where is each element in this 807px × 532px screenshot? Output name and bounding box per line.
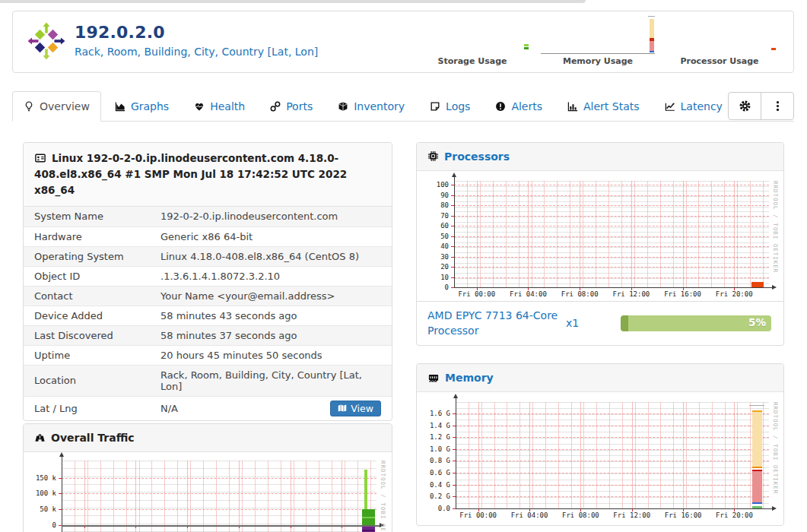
processors-graph[interactable]: 0102030405060708090100Fri 00:00Fri 04:00…: [421, 173, 780, 301]
table-row: Lat / LngN/AView: [24, 396, 392, 420]
memory-usage-label: Memory Usage: [541, 56, 655, 66]
row-value: N/A: [160, 403, 330, 414]
row-value: Your Name <your@email.address>: [160, 290, 381, 302]
row-label: Operating System: [34, 251, 160, 262]
lightbulb-icon: [24, 101, 34, 112]
tab-inventory[interactable]: Inventory: [326, 91, 416, 122]
processors-panel: Processors 0102030405060708090100Fri 00:…: [416, 142, 784, 346]
row-label: Contact: [34, 290, 160, 302]
table-row: Last Discovered58 minutes 37 seconds ago: [24, 325, 392, 345]
memory-graph[interactable]: 0.00.2 G0.4 G0.6 G0.8 G1.0 G1.2 G1.4 G1.…: [421, 394, 780, 525]
table-row: Uptime20 hours 45 minutes 50 seconds: [24, 345, 392, 365]
y-tick-label: 0.4 G: [421, 481, 450, 489]
processors-title[interactable]: Processors: [444, 150, 510, 163]
system-title: Linux 192-0-2-0.ip.linodeusercontent.com…: [34, 152, 347, 196]
row-label: Last Discovered: [34, 330, 160, 341]
storage-usage-label: Storage Usage: [415, 56, 529, 66]
processor-usage-label: Processor Usage: [662, 56, 777, 66]
tab-label: Health: [210, 100, 245, 112]
y-tick-label: 1.6 G: [421, 410, 450, 417]
x-tick-label: Fri 00:00: [453, 290, 500, 298]
row-label: Device Added: [34, 310, 160, 321]
tab-alert-stats[interactable]: Alert Stats: [556, 91, 651, 122]
tab-graphs[interactable]: Graphs: [103, 91, 180, 122]
memory-title[interactable]: Memory: [445, 372, 494, 384]
tab-label: Graphs: [131, 100, 169, 112]
tab-label: Alerts: [511, 100, 542, 112]
y-tick-label: 40: [421, 242, 449, 250]
alerts-icon: [495, 101, 506, 112]
tab-health[interactable]: Health: [183, 91, 256, 122]
x-tick-label: Fri 20:00: [710, 511, 758, 519]
y-tick-label: 10: [421, 274, 449, 281]
storage-usage-minigraph[interactable]: [415, 15, 529, 55]
x-tick-label: Fri 04:00: [506, 511, 553, 519]
gear-icon: [739, 100, 751, 112]
tab-label: Alert Stats: [583, 100, 640, 112]
overall-traffic-graph[interactable]: 050 k100 k150 kFri 00:00Fri 04:00Fri 08:…: [28, 454, 387, 532]
y-tick-label: 0: [421, 283, 449, 291]
device-location-link[interactable]: Rack, Room, Building, City, Country [Lat…: [75, 46, 318, 58]
table-row: Device Added58 minutes 43 seconds ago: [24, 306, 392, 325]
rrdtool-watermark: RRDTOOL / TOBI OETIKER: [772, 402, 779, 494]
y-tick-label: 100 k: [28, 489, 56, 497]
row-value: Linux 4.18.0-408.el8.x86_64 (CentOS 8): [160, 251, 381, 262]
traffic-title: Overall Traffic: [51, 432, 135, 444]
y-tick-label: 50 k: [28, 505, 56, 513]
tab-label: Inventory: [354, 100, 405, 112]
memory-icon: [427, 372, 440, 383]
device-ip-title: 192.0.2.0: [75, 23, 318, 42]
binoculars-icon: [34, 432, 46, 443]
tab-logs[interactable]: Logs: [418, 91, 481, 122]
row-value: 58 minutes 43 seconds ago: [160, 310, 381, 321]
cpu-name-link[interactable]: AMD EPYC 7713 64-Core Processor: [427, 308, 558, 339]
tab-latency[interactable]: Latency: [653, 91, 734, 122]
row-value: 192-0-2-0.ip.linodeusercontent.com: [160, 211, 381, 222]
tab-label: Logs: [446, 100, 470, 112]
traffic-panel-heading: Overall Traffic: [24, 424, 392, 452]
y-tick-label: 100: [421, 181, 449, 188]
health-icon: [194, 101, 205, 112]
x-tick-label: Fri 00:00: [455, 511, 502, 519]
y-tick-label: 30: [421, 253, 449, 261]
tab-alerts[interactable]: Alerts: [484, 91, 554, 122]
mini-graph-storage: Storage Usage: [415, 15, 529, 66]
more-menu-button[interactable]: [761, 92, 794, 120]
memory-usage-minigraph[interactable]: [541, 15, 655, 55]
x-tick-label: Fri 12:00: [608, 511, 656, 519]
view-location-button[interactable]: View: [330, 401, 381, 416]
y-tick-label: 1.4 G: [421, 422, 450, 429]
tab-label: Latency: [681, 100, 723, 112]
row-value: 20 hours 45 minutes 50 seconds: [160, 350, 381, 361]
x-tick-label: Fri 16:00: [659, 511, 707, 519]
overall-traffic-panel: Overall Traffic 050 k100 k150 kFri 00:00…: [23, 423, 392, 532]
tab-label: Overview: [40, 100, 90, 112]
processor-usage-minigraph[interactable]: [662, 15, 777, 55]
x-tick-label: Fri 08:00: [557, 511, 604, 519]
y-tick-label: 0.2 G: [421, 492, 450, 500]
navbar-remnant-strip: [0, 0, 586, 3]
rrdtool-watermark: RRDTOOL / TOBI OETIKER: [380, 461, 386, 532]
map-icon: [338, 404, 347, 413]
device-tabbar: OverviewGraphsHealthPortsInventoryLogsAl…: [12, 91, 794, 122]
y-tick-label: 1.2 G: [421, 433, 450, 441]
tab-overview[interactable]: Overview: [12, 91, 101, 122]
tab-ports[interactable]: Ports: [259, 91, 324, 122]
cpu-usage-percent: 5%: [748, 316, 766, 328]
row-label: Lat / Lng: [34, 403, 160, 414]
row-label: Object ID: [34, 271, 160, 282]
x-tick-label: Fri 12:00: [608, 290, 655, 298]
settings-button[interactable]: [728, 92, 761, 120]
y-tick-label: 0.6 G: [421, 469, 450, 477]
table-row: Operating SystemLinux 4.18.0-408.el8.x86…: [24, 246, 392, 266]
y-tick-label: 80: [421, 201, 449, 209]
tab-label: Ports: [286, 100, 313, 112]
y-tick-label: 150 k: [28, 474, 56, 482]
row-value: 58 minutes 37 seconds ago: [160, 330, 381, 341]
cpu-usage-bar: 5%: [621, 315, 771, 331]
centos-logo-icon: [27, 21, 65, 61]
row-value: Generic x86 64-bit: [160, 231, 381, 242]
processor-row: AMD EPYC 7713 64-Core Processor x1 5%: [417, 301, 783, 345]
system-panel-heading: Linux 192-0-2-0.ip.linodeusercontent.com…: [24, 143, 392, 207]
x-tick-label: Fri 16:00: [659, 290, 707, 298]
